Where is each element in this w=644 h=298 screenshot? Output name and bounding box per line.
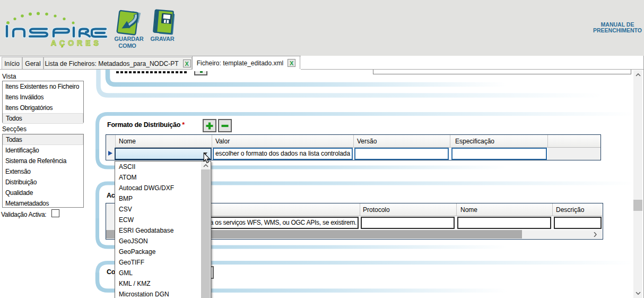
svg-text:GUARDAR: GUARDAR — [115, 36, 144, 42]
svg-text:COMO: COMO — [118, 42, 136, 49]
svg-text:GRAVAR: GRAVAR — [151, 36, 175, 42]
svg-text:AÇORES: AÇORES — [51, 39, 102, 47]
